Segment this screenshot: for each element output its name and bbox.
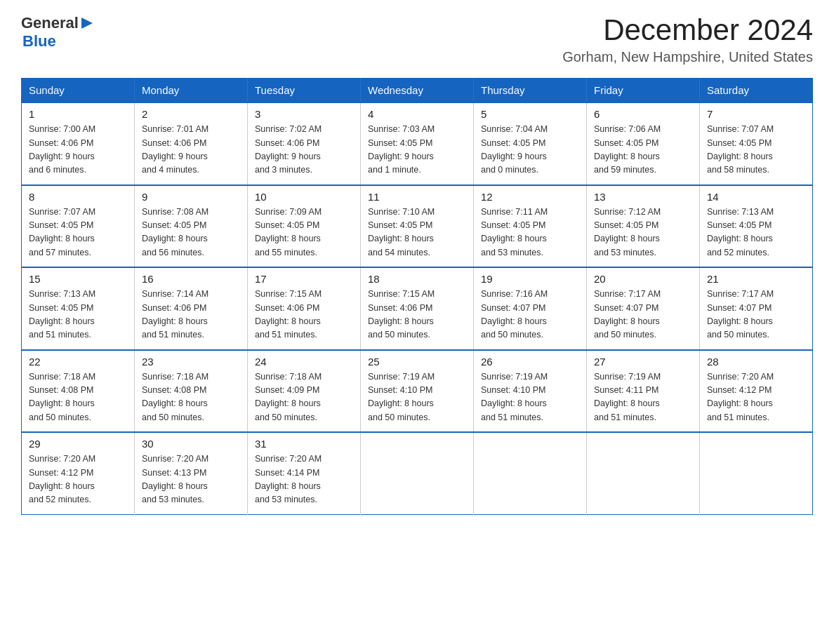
- day-number: 16: [142, 273, 240, 285]
- calendar-cell: 15 Sunrise: 7:13 AMSunset: 4:05 PMDaylig…: [22, 267, 135, 350]
- calendar-cell: 8 Sunrise: 7:07 AMSunset: 4:05 PMDayligh…: [22, 185, 135, 268]
- day-info: Sunrise: 7:18 AMSunset: 4:09 PMDaylight:…: [255, 370, 353, 425]
- day-info: Sunrise: 7:20 AMSunset: 4:13 PMDaylight:…: [142, 452, 240, 507]
- day-number: 15: [29, 273, 127, 285]
- calendar-header-row: SundayMondayTuesdayWednesdayThursdayFrid…: [22, 79, 813, 103]
- calendar-cell: 18 Sunrise: 7:15 AMSunset: 4:06 PMDaylig…: [361, 267, 474, 350]
- title-area: December 2024 Gorham, New Hampshire, Uni…: [562, 14, 813, 65]
- calendar-cell: 4 Sunrise: 7:03 AMSunset: 4:05 PMDayligh…: [361, 102, 474, 185]
- day-info: Sunrise: 7:14 AMSunset: 4:06 PMDaylight:…: [142, 288, 240, 342]
- day-info: Sunrise: 7:15 AMSunset: 4:06 PMDaylight:…: [255, 288, 353, 342]
- day-number: 24: [255, 356, 353, 368]
- day-info: Sunrise: 7:20 AMSunset: 4:12 PMDaylight:…: [29, 452, 127, 507]
- calendar-cell: 23 Sunrise: 7:18 AMSunset: 4:08 PMDaylig…: [135, 350, 248, 433]
- calendar-cell: [361, 432, 474, 514]
- logo-general-text: General: [21, 14, 79, 32]
- day-number: 14: [707, 191, 805, 203]
- day-number: 13: [594, 191, 692, 203]
- column-header-thursday: Thursday: [474, 79, 587, 103]
- day-info: Sunrise: 7:15 AMSunset: 4:06 PMDaylight:…: [368, 288, 466, 342]
- calendar-cell: 24 Sunrise: 7:18 AMSunset: 4:09 PMDaylig…: [248, 350, 361, 433]
- column-header-wednesday: Wednesday: [361, 79, 474, 103]
- day-info: Sunrise: 7:07 AMSunset: 4:05 PMDaylight:…: [707, 123, 805, 177]
- calendar-cell: 21 Sunrise: 7:17 AMSunset: 4:07 PMDaylig…: [700, 267, 813, 350]
- day-number: 7: [707, 108, 805, 120]
- calendar-cell: 6 Sunrise: 7:06 AMSunset: 4:05 PMDayligh…: [587, 102, 700, 185]
- column-header-monday: Monday: [135, 79, 248, 103]
- day-info: Sunrise: 7:17 AMSunset: 4:07 PMDaylight:…: [707, 288, 805, 342]
- day-number: 20: [594, 273, 692, 285]
- calendar-cell: [587, 432, 700, 514]
- calendar-cell: 27 Sunrise: 7:19 AMSunset: 4:11 PMDaylig…: [587, 350, 700, 433]
- calendar-week-5: 29 Sunrise: 7:20 AMSunset: 4:12 PMDaylig…: [22, 432, 813, 514]
- logo: General Blue: [21, 14, 94, 51]
- day-info: Sunrise: 7:19 AMSunset: 4:10 PMDaylight:…: [481, 370, 579, 425]
- day-info: Sunrise: 7:09 AMSunset: 4:05 PMDaylight:…: [255, 206, 353, 260]
- day-info: Sunrise: 7:02 AMSunset: 4:06 PMDaylight:…: [255, 123, 353, 177]
- day-number: 5: [481, 108, 579, 120]
- day-number: 12: [481, 191, 579, 203]
- column-header-tuesday: Tuesday: [248, 79, 361, 103]
- day-number: 31: [255, 438, 353, 450]
- column-header-sunday: Sunday: [22, 79, 135, 103]
- day-info: Sunrise: 7:06 AMSunset: 4:05 PMDaylight:…: [594, 123, 692, 177]
- calendar-cell: 22 Sunrise: 7:18 AMSunset: 4:08 PMDaylig…: [22, 350, 135, 433]
- day-info: Sunrise: 7:13 AMSunset: 4:05 PMDaylight:…: [707, 206, 805, 260]
- day-number: 3: [255, 108, 353, 120]
- day-number: 22: [29, 356, 127, 368]
- calendar-cell: 5 Sunrise: 7:04 AMSunset: 4:05 PMDayligh…: [474, 102, 587, 185]
- calendar-cell: 9 Sunrise: 7:08 AMSunset: 4:05 PMDayligh…: [135, 185, 248, 268]
- calendar-title: December 2024: [562, 14, 813, 46]
- calendar-cell: 31 Sunrise: 7:20 AMSunset: 4:14 PMDaylig…: [248, 432, 361, 514]
- day-number: 29: [29, 438, 127, 450]
- calendar-cell: 10 Sunrise: 7:09 AMSunset: 4:05 PMDaylig…: [248, 185, 361, 268]
- day-number: 4: [368, 108, 466, 120]
- day-number: 10: [255, 191, 353, 203]
- calendar-cell: 3 Sunrise: 7:02 AMSunset: 4:06 PMDayligh…: [248, 102, 361, 185]
- calendar-cell: 19 Sunrise: 7:16 AMSunset: 4:07 PMDaylig…: [474, 267, 587, 350]
- day-number: 19: [481, 273, 579, 285]
- day-info: Sunrise: 7:17 AMSunset: 4:07 PMDaylight:…: [594, 288, 692, 342]
- day-info: Sunrise: 7:19 AMSunset: 4:10 PMDaylight:…: [368, 370, 466, 425]
- logo-triangle-icon: [80, 16, 94, 30]
- day-info: Sunrise: 7:16 AMSunset: 4:07 PMDaylight:…: [481, 288, 579, 342]
- day-info: Sunrise: 7:19 AMSunset: 4:11 PMDaylight:…: [594, 370, 692, 425]
- day-number: 21: [707, 273, 805, 285]
- logo-blue-text: Blue: [22, 32, 56, 50]
- day-number: 11: [368, 191, 466, 203]
- calendar-cell: 20 Sunrise: 7:17 AMSunset: 4:07 PMDaylig…: [587, 267, 700, 350]
- page-header: General Blue December 2024 Gorham, New H…: [21, 14, 813, 65]
- day-number: 26: [481, 356, 579, 368]
- day-info: Sunrise: 7:13 AMSunset: 4:05 PMDaylight:…: [29, 288, 127, 342]
- calendar-cell: 14 Sunrise: 7:13 AMSunset: 4:05 PMDaylig…: [700, 185, 813, 268]
- day-number: 27: [594, 356, 692, 368]
- day-info: Sunrise: 7:18 AMSunset: 4:08 PMDaylight:…: [142, 370, 240, 425]
- day-info: Sunrise: 7:20 AMSunset: 4:14 PMDaylight:…: [255, 452, 353, 507]
- day-number: 25: [368, 356, 466, 368]
- calendar-week-2: 8 Sunrise: 7:07 AMSunset: 4:05 PMDayligh…: [22, 185, 813, 268]
- calendar-cell: 30 Sunrise: 7:20 AMSunset: 4:13 PMDaylig…: [135, 432, 248, 514]
- calendar-cell: [700, 432, 813, 514]
- day-number: 6: [594, 108, 692, 120]
- day-number: 23: [142, 356, 240, 368]
- day-info: Sunrise: 7:08 AMSunset: 4:05 PMDaylight:…: [142, 206, 240, 260]
- day-info: Sunrise: 7:18 AMSunset: 4:08 PMDaylight:…: [29, 370, 127, 425]
- day-number: 17: [255, 273, 353, 285]
- calendar-cell: 25 Sunrise: 7:19 AMSunset: 4:10 PMDaylig…: [361, 350, 474, 433]
- day-number: 9: [142, 191, 240, 203]
- calendar-cell: 13 Sunrise: 7:12 AMSunset: 4:05 PMDaylig…: [587, 185, 700, 268]
- day-number: 8: [29, 191, 127, 203]
- calendar-week-1: 1 Sunrise: 7:00 AMSunset: 4:06 PMDayligh…: [22, 102, 813, 185]
- calendar-cell: [474, 432, 587, 514]
- calendar-cell: 2 Sunrise: 7:01 AMSunset: 4:06 PMDayligh…: [135, 102, 248, 185]
- calendar-cell: 28 Sunrise: 7:20 AMSunset: 4:12 PMDaylig…: [700, 350, 813, 433]
- day-info: Sunrise: 7:01 AMSunset: 4:06 PMDaylight:…: [142, 123, 240, 177]
- calendar-table: SundayMondayTuesdayWednesdayThursdayFrid…: [21, 78, 813, 515]
- calendar-cell: 26 Sunrise: 7:19 AMSunset: 4:10 PMDaylig…: [474, 350, 587, 433]
- column-header-saturday: Saturday: [700, 79, 813, 103]
- day-number: 1: [29, 108, 127, 120]
- day-info: Sunrise: 7:07 AMSunset: 4:05 PMDaylight:…: [29, 206, 127, 260]
- calendar-week-4: 22 Sunrise: 7:18 AMSunset: 4:08 PMDaylig…: [22, 350, 813, 433]
- day-info: Sunrise: 7:10 AMSunset: 4:05 PMDaylight:…: [368, 206, 466, 260]
- day-info: Sunrise: 7:20 AMSunset: 4:12 PMDaylight:…: [707, 370, 805, 425]
